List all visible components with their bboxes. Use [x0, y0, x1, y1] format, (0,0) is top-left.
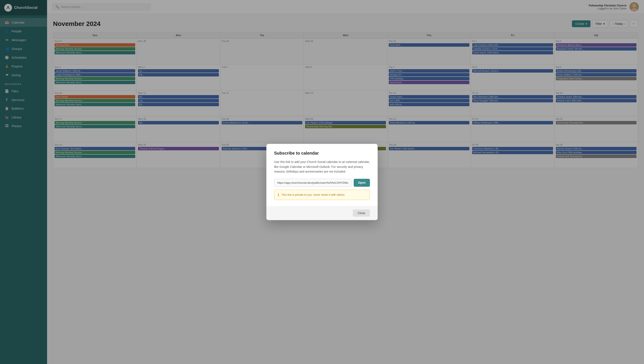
modal-body: Subscribe to calendar Use this link to a… [266, 144, 378, 206]
warning-text: This link is private to you, never share… [281, 193, 345, 196]
calendar-url-input[interactable] [274, 179, 352, 187]
close-button[interactable]: Close [353, 209, 370, 217]
modal-footer: Close [266, 206, 378, 220]
modal-input-row: Open [274, 179, 370, 187]
modal-description: Use this link to add your Church Social … [274, 160, 370, 174]
open-button[interactable]: Open [354, 179, 370, 187]
modal-overlay: Subscribe to calendar Use this link to a… [0, 0, 644, 364]
warning-icon: ℹ [278, 192, 279, 197]
modal-warning: ℹ This link is private to you, never sha… [274, 190, 370, 200]
modal-title: Subscribe to calendar [274, 151, 370, 156]
subscribe-modal: Subscribe to calendar Use this link to a… [266, 144, 378, 220]
